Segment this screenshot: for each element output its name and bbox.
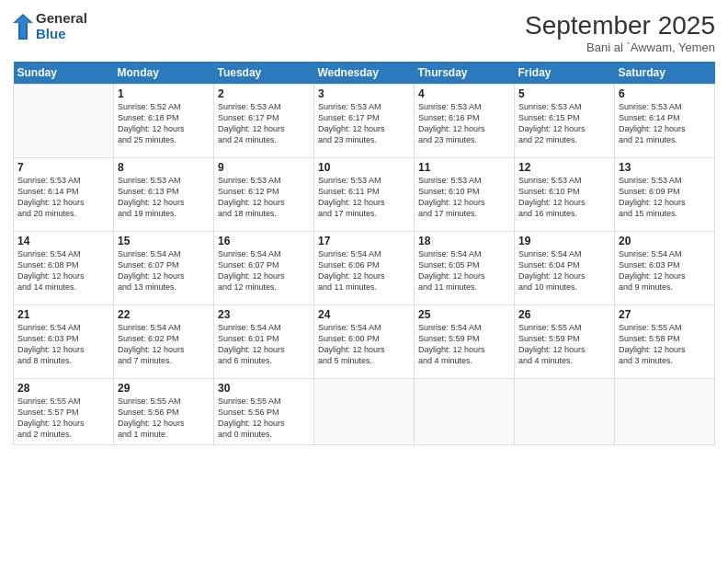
day-number: 7: [17, 161, 109, 174]
day-number: 21: [17, 308, 109, 321]
cell-content: Sunrise: 5:54 AM Sunset: 6:00 PM Dayligh…: [318, 322, 410, 367]
month-title: September 2025: [525, 11, 715, 40]
cal-cell: 3Sunrise: 5:53 AM Sunset: 6:17 PM Daylig…: [314, 85, 415, 158]
cell-content: Sunrise: 5:53 AM Sunset: 6:11 PM Dayligh…: [318, 175, 410, 220]
logo-text: General Blue: [36, 11, 87, 41]
day-number: 4: [418, 87, 510, 100]
day-number: 10: [318, 161, 410, 174]
cell-content: Sunrise: 5:54 AM Sunset: 6:08 PM Dayligh…: [17, 248, 109, 293]
header-friday: Friday: [515, 62, 615, 85]
calendar-week-2: 7Sunrise: 5:53 AM Sunset: 6:14 PM Daylig…: [14, 158, 715, 232]
day-number: 22: [118, 308, 210, 321]
cal-cell: [515, 379, 615, 445]
cal-cell: 18Sunrise: 5:54 AM Sunset: 6:05 PM Dayli…: [415, 232, 515, 305]
calendar-week-5: 28Sunrise: 5:55 AM Sunset: 5:57 PM Dayli…: [14, 379, 715, 445]
day-number: 26: [518, 308, 610, 321]
day-header-row: Sunday Monday Tuesday Wednesday Thursday…: [14, 62, 715, 85]
cell-content: Sunrise: 5:55 AM Sunset: 5:58 PM Dayligh…: [619, 322, 711, 367]
cell-content: Sunrise: 5:53 AM Sunset: 6:14 PM Dayligh…: [619, 101, 711, 146]
calendar-table: Sunday Monday Tuesday Wednesday Thursday…: [13, 62, 715, 445]
cell-content: Sunrise: 5:53 AM Sunset: 6:14 PM Dayligh…: [17, 175, 109, 220]
day-number: 24: [318, 308, 410, 321]
day-number: 9: [218, 161, 310, 174]
cal-cell: 7Sunrise: 5:53 AM Sunset: 6:14 PM Daylig…: [14, 158, 114, 232]
header-sunday: Sunday: [14, 62, 114, 85]
day-number: 17: [318, 235, 410, 247]
cell-content: Sunrise: 5:53 AM Sunset: 6:17 PM Dayligh…: [318, 101, 410, 146]
day-number: 20: [619, 235, 711, 247]
day-number: 8: [118, 161, 210, 174]
cell-content: Sunrise: 5:53 AM Sunset: 6:10 PM Dayligh…: [518, 175, 610, 220]
day-number: 27: [619, 308, 711, 321]
cal-cell: 21Sunrise: 5:54 AM Sunset: 6:03 PM Dayli…: [14, 305, 114, 379]
cal-cell: [314, 379, 415, 445]
cal-cell: 19Sunrise: 5:54 AM Sunset: 6:04 PM Dayli…: [515, 232, 615, 305]
cal-cell: 22Sunrise: 5:54 AM Sunset: 6:02 PM Dayli…: [114, 305, 214, 379]
cell-content: Sunrise: 5:52 AM Sunset: 6:18 PM Dayligh…: [118, 101, 210, 146]
cell-content: Sunrise: 5:53 AM Sunset: 6:10 PM Dayligh…: [418, 175, 510, 220]
day-number: 13: [619, 161, 711, 174]
logo-general: General: [36, 11, 87, 27]
cal-cell: 23Sunrise: 5:54 AM Sunset: 6:01 PM Dayli…: [214, 305, 314, 379]
cell-content: Sunrise: 5:55 AM Sunset: 5:59 PM Dayligh…: [518, 322, 610, 367]
calendar-week-4: 21Sunrise: 5:54 AM Sunset: 6:03 PM Dayli…: [14, 305, 715, 379]
header: General Blue September 2025 Bani al `Aww…: [13, 11, 715, 54]
cal-cell: [615, 379, 715, 445]
logo-blue: Blue: [36, 27, 87, 42]
cal-cell: 11Sunrise: 5:53 AM Sunset: 6:10 PM Dayli…: [415, 158, 515, 232]
cell-content: Sunrise: 5:54 AM Sunset: 6:01 PM Dayligh…: [218, 322, 310, 367]
cal-cell: 24Sunrise: 5:54 AM Sunset: 6:00 PM Dayli…: [314, 305, 415, 379]
cal-cell: 14Sunrise: 5:54 AM Sunset: 6:08 PM Dayli…: [14, 232, 114, 305]
day-number: 29: [118, 382, 210, 395]
day-number: 15: [118, 235, 210, 247]
day-number: 19: [518, 235, 610, 247]
day-number: 12: [518, 161, 610, 174]
cal-cell: 10Sunrise: 5:53 AM Sunset: 6:11 PM Dayli…: [314, 158, 415, 232]
header-tuesday: Tuesday: [214, 62, 314, 85]
day-number: 5: [518, 87, 610, 100]
cell-content: Sunrise: 5:54 AM Sunset: 6:03 PM Dayligh…: [619, 248, 711, 293]
cell-content: Sunrise: 5:54 AM Sunset: 6:06 PM Dayligh…: [318, 248, 410, 293]
cell-content: Sunrise: 5:55 AM Sunset: 5:57 PM Dayligh…: [17, 396, 109, 441]
logo: General Blue: [13, 11, 87, 41]
cal-cell: 27Sunrise: 5:55 AM Sunset: 5:58 PM Dayli…: [615, 305, 715, 379]
cal-cell: 20Sunrise: 5:54 AM Sunset: 6:03 PM Dayli…: [615, 232, 715, 305]
cal-cell: [14, 85, 114, 158]
header-saturday: Saturday: [615, 62, 715, 85]
cal-cell: 5Sunrise: 5:53 AM Sunset: 6:15 PM Daylig…: [515, 85, 615, 158]
day-number: 23: [218, 308, 310, 321]
svg-marker-1: [15, 16, 31, 38]
location-subtitle: Bani al `Awwam, Yemen: [525, 40, 715, 54]
cal-cell: 13Sunrise: 5:53 AM Sunset: 6:09 PM Dayli…: [615, 158, 715, 232]
title-area: September 2025 Bani al `Awwam, Yemen: [525, 11, 715, 54]
cell-content: Sunrise: 5:54 AM Sunset: 5:59 PM Dayligh…: [418, 322, 510, 367]
cell-content: Sunrise: 5:54 AM Sunset: 6:07 PM Dayligh…: [118, 248, 210, 293]
cell-content: Sunrise: 5:53 AM Sunset: 6:12 PM Dayligh…: [218, 175, 310, 220]
cal-cell: 6Sunrise: 5:53 AM Sunset: 6:14 PM Daylig…: [615, 85, 715, 158]
cell-content: Sunrise: 5:53 AM Sunset: 6:17 PM Dayligh…: [218, 101, 310, 146]
cal-cell: 30Sunrise: 5:55 AM Sunset: 5:56 PM Dayli…: [214, 379, 314, 445]
cal-cell: 26Sunrise: 5:55 AM Sunset: 5:59 PM Dayli…: [515, 305, 615, 379]
day-number: 30: [218, 382, 310, 395]
cal-cell: 15Sunrise: 5:54 AM Sunset: 6:07 PM Dayli…: [114, 232, 214, 305]
cell-content: Sunrise: 5:54 AM Sunset: 6:04 PM Dayligh…: [518, 248, 610, 293]
cell-content: Sunrise: 5:55 AM Sunset: 5:56 PM Dayligh…: [218, 396, 310, 441]
cal-cell: 1Sunrise: 5:52 AM Sunset: 6:18 PM Daylig…: [114, 85, 214, 158]
cal-cell: 2Sunrise: 5:53 AM Sunset: 6:17 PM Daylig…: [214, 85, 314, 158]
day-number: 28: [17, 382, 109, 395]
day-number: 6: [619, 87, 711, 100]
cell-content: Sunrise: 5:53 AM Sunset: 6:15 PM Dayligh…: [518, 101, 610, 146]
cell-content: Sunrise: 5:53 AM Sunset: 6:13 PM Dayligh…: [118, 175, 210, 220]
cell-content: Sunrise: 5:54 AM Sunset: 6:05 PM Dayligh…: [418, 248, 510, 293]
calendar-week-1: 1Sunrise: 5:52 AM Sunset: 6:18 PM Daylig…: [14, 85, 715, 158]
cal-cell: 25Sunrise: 5:54 AM Sunset: 5:59 PM Dayli…: [415, 305, 515, 379]
day-number: 16: [218, 235, 310, 247]
calendar-week-3: 14Sunrise: 5:54 AM Sunset: 6:08 PM Dayli…: [14, 232, 715, 305]
cal-cell: 28Sunrise: 5:55 AM Sunset: 5:57 PM Dayli…: [14, 379, 114, 445]
day-number: 11: [418, 161, 510, 174]
logo-icon: [13, 14, 33, 40]
page-container: General Blue September 2025 Bani al `Aww…: [0, 0, 728, 563]
day-number: 14: [17, 235, 109, 247]
cell-content: Sunrise: 5:54 AM Sunset: 6:07 PM Dayligh…: [218, 248, 310, 293]
header-thursday: Thursday: [415, 62, 515, 85]
